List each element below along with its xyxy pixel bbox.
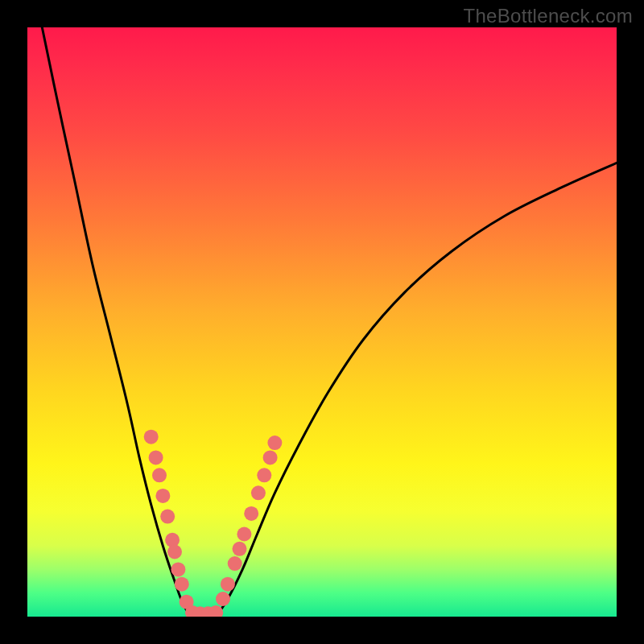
data-marker (263, 450, 278, 464)
data-marker (144, 430, 159, 444)
data-marker (251, 485, 266, 500)
data-marker (167, 545, 182, 559)
data-marker (221, 577, 235, 592)
data-marker (257, 468, 271, 482)
data-marker (233, 542, 247, 556)
data-marker (155, 489, 170, 503)
data-marker (228, 556, 242, 571)
data-marker (244, 506, 258, 521)
bottleneck-curve (42, 27, 617, 617)
data-marker (160, 510, 175, 524)
data-marker (175, 577, 189, 592)
data-marker (216, 592, 230, 606)
data-marker (237, 527, 251, 542)
data-marker (171, 562, 185, 576)
data-marker (152, 468, 167, 482)
curve-layer (27, 27, 617, 617)
plot-area (27, 27, 617, 617)
watermark-text: TheBottleneck.com (463, 5, 633, 27)
chart-frame: TheBottleneck.com (0, 0, 644, 644)
data-marker (149, 450, 163, 464)
data-marker (267, 436, 282, 450)
